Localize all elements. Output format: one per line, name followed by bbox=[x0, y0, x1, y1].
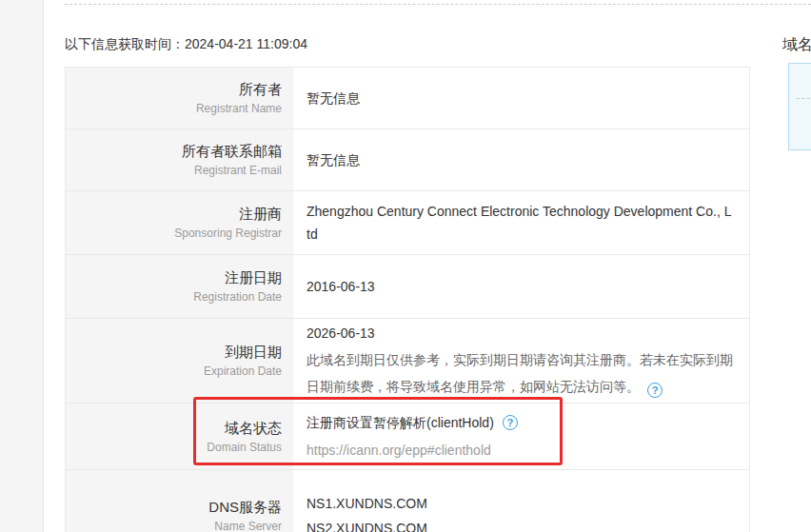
row-value-cell: 注册商设置暂停解析(clientHold) ? https://icann.or… bbox=[293, 404, 749, 469]
fetch-time-line: 以下信息获取时间：2024-04-21 11:09:04 bbox=[65, 36, 307, 53]
row-value-cell: 暂无信息 bbox=[293, 129, 749, 190]
side-panel-box bbox=[788, 63, 811, 150]
row-label-zh: 所有者 bbox=[239, 78, 282, 100]
row-label-en: Expiration Date bbox=[204, 363, 282, 381]
row-label-zh: 注册商 bbox=[239, 203, 282, 225]
sponsoring-registrar-value: Zhengzhou Century Connect Electronic Tec… bbox=[307, 200, 734, 246]
domain-status-value: 注册商设置暂停解析(clientHold) bbox=[307, 411, 494, 434]
row-label-zh: 域名状态 bbox=[225, 417, 282, 439]
row-label-zh: DNS服务器 bbox=[208, 496, 282, 518]
row-label: DNS服务器 Name Server bbox=[66, 470, 293, 532]
row-value-cell: 暂无信息 bbox=[293, 68, 749, 128]
name-server-1: NS1.XUNDNS.COM bbox=[307, 491, 734, 516]
row-label-en: Registrant Name bbox=[196, 100, 282, 118]
domain-status-line: 注册商设置暂停解析(clientHold) ? bbox=[307, 411, 734, 434]
table-row-registration-date: 注册日期 Registration Date 2016-06-13 bbox=[66, 255, 749, 319]
row-label: 域名状态 Domain Status bbox=[66, 404, 293, 469]
row-label: 所有者联系邮箱 Registrant E-mail bbox=[66, 129, 293, 190]
table-row-registrant-name: 所有者 Registrant Name 暂无信息 bbox=[66, 68, 749, 129]
side-panel-dashed-divider bbox=[797, 98, 811, 99]
top-dashed-divider bbox=[65, 4, 811, 5]
row-label-en: Sponsoring Registrar bbox=[174, 225, 282, 243]
row-label: 所有者 Registrant Name bbox=[66, 68, 293, 128]
registration-date-value: 2016-06-13 bbox=[307, 275, 734, 298]
row-label: 到期日期 Expiration Date bbox=[66, 319, 293, 403]
row-label-zh: 所有者联系邮箱 bbox=[182, 140, 282, 162]
table-row-name-server: DNS服务器 Name Server NS1.XUNDNS.COM NS2.XU… bbox=[66, 470, 749, 532]
row-label: 注册商 Sponsoring Registrar bbox=[66, 191, 293, 254]
icann-status-link: https://icann.org/epp#clienthold bbox=[307, 439, 734, 462]
fetch-time-label: 以下信息获取时间： bbox=[65, 36, 185, 51]
table-row-registrant-email: 所有者联系邮箱 Registrant E-mail 暂无信息 bbox=[66, 129, 749, 191]
registrant-email-value: 暂无信息 bbox=[307, 148, 734, 171]
table-row-sponsoring-registrar: 注册商 Sponsoring Registrar Zhengzhou Centu… bbox=[66, 191, 749, 255]
row-label-en: Domain Status bbox=[207, 439, 282, 457]
row-label-en: Name Server bbox=[214, 518, 282, 532]
help-icon[interactable]: ? bbox=[647, 383, 663, 398]
row-label-zh: 注册日期 bbox=[225, 266, 282, 288]
side-panel-title: 域名 bbox=[782, 35, 811, 55]
expiration-note-text: 此域名到期日仅供参考，实际到期日期请咨询其注册商。若未在实际到期日期前续费，将导… bbox=[307, 352, 733, 394]
registrant-name-value: 暂无信息 bbox=[307, 87, 734, 109]
row-value-cell: 2026-06-13 此域名到期日仅供参考，实际到期日期请咨询其注册商。若未在实… bbox=[293, 319, 749, 403]
row-label-en: Registration Date bbox=[193, 288, 282, 306]
row-label-zh: 到期日期 bbox=[225, 341, 282, 363]
row-value-cell: Zhengzhou Century Connect Electronic Tec… bbox=[293, 191, 749, 254]
row-value-cell: NS1.XUNDNS.COM NS2.XUNDNS.COM bbox=[293, 470, 749, 532]
table-row-expiration-date: 到期日期 Expiration Date 2026-06-13 此域名到期日仅供… bbox=[66, 319, 749, 404]
row-value-cell: 2016-06-13 bbox=[293, 255, 749, 318]
whois-info-table: 所有者 Registrant Name 暂无信息 所有者联系邮箱 Registr… bbox=[65, 67, 750, 532]
table-row-domain-status: 域名状态 Domain Status 注册商设置暂停解析(clientHold)… bbox=[66, 404, 749, 470]
help-icon[interactable]: ? bbox=[503, 415, 518, 430]
fetch-time-value: 2024-04-21 11:09:04 bbox=[185, 36, 307, 51]
expiration-date-value: 2026-06-13 bbox=[307, 322, 734, 345]
expiration-note: 此域名到期日仅供参考，实际到期日期请咨询其注册商。若未在实际到期日期前续费，将导… bbox=[307, 346, 734, 400]
name-server-2: NS2.XUNDNS.COM bbox=[307, 516, 734, 532]
row-label: 注册日期 Registration Date bbox=[66, 255, 293, 318]
row-label-en: Registrant E-mail bbox=[194, 162, 282, 180]
page-left-gutter bbox=[0, 0, 44, 532]
